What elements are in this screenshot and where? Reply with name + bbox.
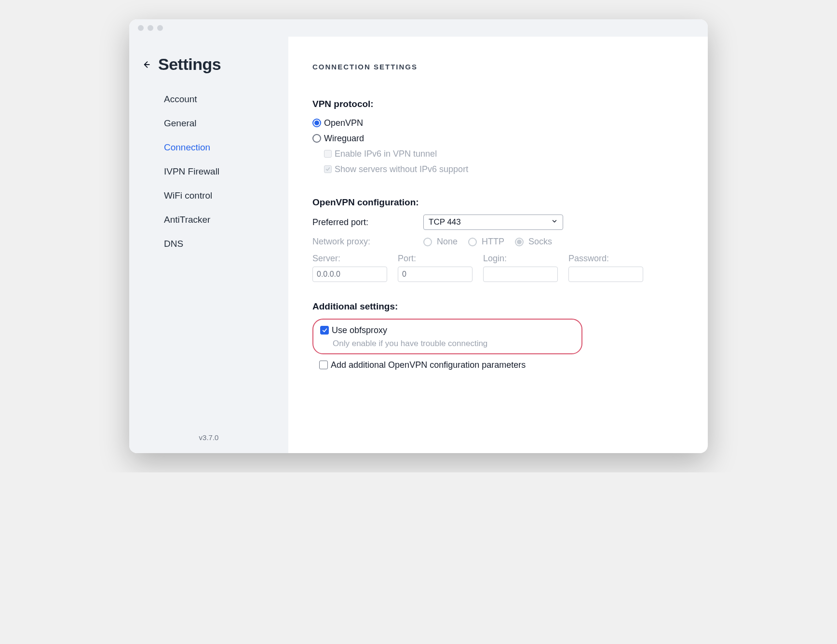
obfsproxy-hint: Only enable if you have trouble connecti…: [333, 339, 575, 349]
page-title: Settings: [158, 55, 221, 74]
radio-openvpn[interactable]: [312, 119, 321, 127]
checkbox-enable-ipv6: [324, 150, 332, 158]
titlebar: [129, 19, 708, 37]
chevron-down-icon: [551, 217, 558, 227]
extra-params-label: Add additional OpenVPN configuration par…: [331, 360, 526, 370]
obfsproxy-highlight: Use obfsproxy Only enable if you have tr…: [312, 319, 582, 354]
main-panel: CONNECTION SETTINGS VPN protocol: OpenVP…: [288, 37, 708, 453]
port-label: Port:: [398, 254, 472, 264]
traffic-minimize[interactable]: [148, 25, 153, 31]
sidebar-item-account[interactable]: Account: [164, 87, 288, 111]
back-arrow-icon[interactable]: [141, 59, 151, 70]
proxy-socks-label: Socks: [528, 237, 552, 247]
traffic-close[interactable]: [138, 25, 144, 31]
sidebar: Settings Account General Connection IVPN…: [129, 37, 288, 453]
openvpn-heading: OpenVPN configuration:: [312, 197, 682, 208]
server-input[interactable]: [312, 267, 387, 282]
network-proxy-label: Network proxy:: [312, 237, 423, 247]
radio-proxy-socks: [515, 238, 524, 246]
login-input[interactable]: [483, 267, 558, 282]
radio-wireguard-label: Wireguard: [324, 134, 364, 144]
obfsproxy-label: Use obfsproxy: [332, 325, 387, 335]
checkbox-show-servers: [324, 165, 332, 173]
radio-proxy-http: [468, 238, 477, 246]
preferred-port-label: Preferred port:: [312, 217, 423, 228]
enable-ipv6-label: Enable IPv6 in VPN tunnel: [335, 149, 437, 159]
radio-proxy-none: [423, 238, 432, 246]
password-input[interactable]: [568, 267, 643, 282]
version-label: v3.7.0: [129, 422, 288, 453]
sidebar-nav: Account General Connection IVPN Firewall…: [129, 87, 288, 256]
preferred-port-value: TCP 443: [429, 217, 461, 227]
port-input[interactable]: [398, 267, 472, 282]
sidebar-item-firewall[interactable]: IVPN Firewall: [164, 160, 288, 184]
password-label: Password:: [568, 254, 643, 264]
sidebar-item-connection[interactable]: Connection: [164, 135, 288, 160]
sidebar-item-antitracker[interactable]: AntiTracker: [164, 208, 288, 232]
show-servers-label: Show servers without IPv6 support: [335, 164, 468, 174]
additional-heading: Additional settings:: [312, 301, 682, 312]
vpn-protocol-heading: VPN protocol:: [312, 99, 682, 109]
preferred-port-select[interactable]: TCP 443: [423, 215, 563, 230]
server-label: Server:: [312, 254, 387, 264]
proxy-http-label: HTTP: [482, 237, 504, 247]
checkbox-obfsproxy[interactable]: [320, 326, 329, 335]
section-title: CONNECTION SETTINGS: [312, 63, 682, 71]
sidebar-item-dns[interactable]: DNS: [164, 232, 288, 256]
traffic-zoom[interactable]: [157, 25, 163, 31]
proxy-none-label: None: [437, 237, 458, 247]
radio-openvpn-label: OpenVPN: [324, 118, 363, 128]
settings-window: Settings Account General Connection IVPN…: [129, 19, 708, 453]
login-label: Login:: [483, 254, 558, 264]
sidebar-item-wifi[interactable]: WiFi control: [164, 184, 288, 208]
radio-wireguard[interactable]: [312, 134, 321, 143]
sidebar-item-general[interactable]: General: [164, 111, 288, 135]
checkbox-extra-params[interactable]: [319, 361, 328, 369]
